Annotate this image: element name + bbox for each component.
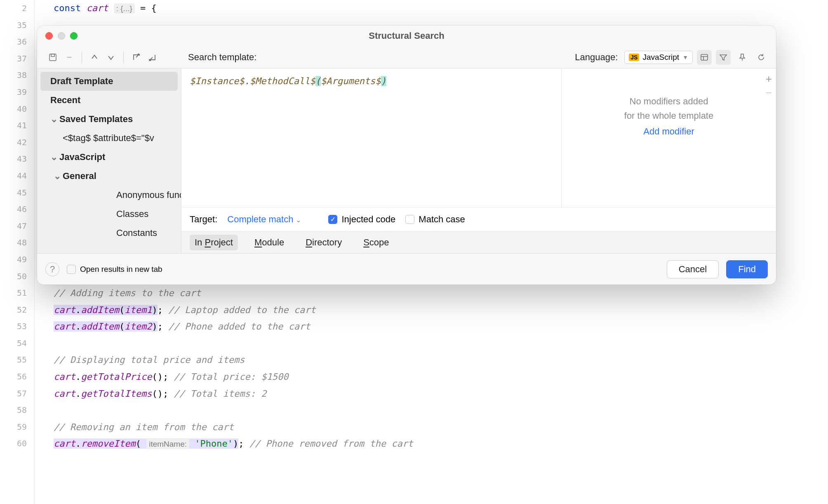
scope-tab-directory[interactable]: Directory [301,235,347,250]
js-badge-icon: JS [629,54,639,61]
svg-rect-0 [49,54,56,61]
svg-rect-2 [701,54,708,60]
injected-code-checkbox[interactable]: ✓ Injected code [328,214,395,225]
close-icon[interactable] [45,32,53,40]
gutter: 2 35 36 37 38 39 40 41 42 43 44 45 46 47… [0,0,35,504]
sidebar-item-anon[interactable]: Anonymous functions [37,186,181,205]
minimize-icon[interactable] [58,32,65,40]
open-new-tab-checkbox[interactable]: Open results in new tab [67,265,162,274]
code-line: // Displaying total price and items [54,352,828,369]
chevron-down-icon: ⌄ [50,114,58,125]
target-row: Target: Complete match⌄ ✓ Injected code … [181,207,776,231]
line-number: 41 [0,117,34,134]
sidebar-item-constants[interactable]: Constants [37,224,181,243]
window-controls [37,32,78,40]
line-number: 40 [0,101,34,118]
line-number: 50 [0,268,34,285]
line-number: 37 [0,50,34,67]
scope-tab-project[interactable]: In Project [190,235,238,250]
sidebar-item-general[interactable]: ⌄General [37,167,181,186]
scope-tab-scope[interactable]: Scope [358,235,394,250]
target-label: Target: [190,214,217,225]
line-number: 53 [0,318,34,335]
scope-tab-module[interactable]: Module [249,235,289,250]
line-number: 44 [0,167,34,184]
language-value: JavaScript [642,53,679,62]
export-icon[interactable] [129,51,143,64]
chevron-down-icon: ⌄ [296,217,301,224]
modifiers-text: No modifiers added for the whole templat… [624,94,713,123]
line-number: 54 [0,335,34,352]
filter-icon[interactable] [716,50,731,65]
modifiers-panel: + − No modifiers added for the whole tem… [562,68,776,207]
sidebar-item-saved[interactable]: ⌄Saved Templates [37,110,181,129]
match-case-checkbox[interactable]: Match case [405,214,465,225]
code-line: // Adding items to the cart [54,285,828,302]
chevron-down-icon: ⌄ [54,171,61,181]
code-line: cart.removeItem( itemName: 'Phone'); // … [54,436,828,453]
line-number: 49 [0,251,34,268]
line-number: 47 [0,218,34,235]
sidebar-item-saved-entry[interactable]: <$tag$ $attribute$="$v [37,129,181,148]
scope-row: In Project Module Directory Scope [181,231,776,253]
toolbar: − Search template: Language: JS JavaScri… [37,46,776,68]
add-modifier-icon[interactable]: + [766,73,772,85]
line-number: 42 [0,134,34,151]
target-dropdown[interactable]: Complete match⌄ [227,214,301,225]
line-number: 56 [0,368,34,385]
line-number: 46 [0,201,34,218]
next-icon[interactable] [104,51,118,64]
checkbox-icon [67,265,76,274]
toggle-panel-icon[interactable] [697,50,712,65]
line-number: 36 [0,33,34,50]
line-number: 52 [0,301,34,318]
line-number: 57 [0,385,34,402]
line-number: 58 [0,402,34,419]
help-icon[interactable]: ? [45,262,59,276]
line-number: 55 [0,351,34,368]
pin-icon[interactable] [735,50,750,65]
chevron-down-icon: ▼ [682,54,688,61]
code-line: cart.getTotalPrice(); // Total price: $1… [54,369,828,386]
save-template-icon[interactable] [46,51,59,64]
line-number: 60 [0,435,34,452]
sidebar-item-draft[interactable]: Draft Template [40,72,178,91]
svg-rect-1 [51,54,54,57]
line-number: 35 [0,17,34,34]
maximize-icon[interactable] [70,32,78,40]
checkbox-icon: ✓ [328,215,337,224]
line-number: 48 [0,234,34,251]
sidebar-item-recent[interactable]: Recent [37,91,181,110]
language-select[interactable]: JS JavaScript ▼ [624,51,693,64]
prev-icon[interactable] [88,51,101,64]
sidebar-item-classes[interactable]: Classes [37,205,181,224]
refresh-icon[interactable] [754,50,769,65]
line-number: 51 [0,285,34,301]
chevron-down-icon: ⌄ [50,152,58,163]
import-icon[interactable] [146,51,159,64]
cancel-button[interactable]: Cancel [667,260,719,278]
templates-sidebar: Draft Template Recent ⌄Saved Templates <… [37,68,181,253]
remove-modifier-icon: − [766,87,772,99]
titlebar: Structural Search [37,26,776,46]
template-editor[interactable]: $Instance$.$MethodCall$($Arguments$) [181,68,562,207]
sidebar-item-javascript[interactable]: ⌄JavaScript [37,148,181,167]
line-number: 2 [0,0,34,17]
add-modifier-link[interactable]: Add modifier [643,126,694,137]
code-line: cart.getTotalItems(); // Total items: 2 [54,386,828,403]
dialog-footer: ? Open results in new tab Cancel Find [37,253,776,285]
language-label: Language: [575,52,618,63]
line-number: 45 [0,184,34,201]
code-line: // Removing an item from the cart [54,419,828,436]
search-template-label: Search template: [188,52,256,63]
line-number: 59 [0,419,34,436]
dialog-title: Structural Search [37,31,776,41]
line-number: 39 [0,84,34,101]
checkbox-icon [405,215,414,224]
main-panel: $Instance$.$MethodCall$($Arguments$) + −… [181,68,776,253]
structural-search-dialog: Structural Search − Search template: [37,26,776,285]
remove-icon[interactable]: − [63,51,76,64]
code-line: cart.addItem(item2); // Phone added to t… [54,318,828,335]
find-button[interactable]: Find [726,260,768,278]
code-line: cart.addItem(item1); // Laptop added to … [54,302,828,319]
